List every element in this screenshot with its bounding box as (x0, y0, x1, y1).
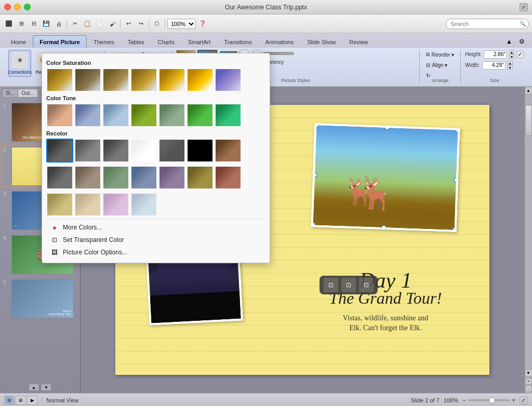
recolor-swatch-14[interactable] (46, 193, 73, 216)
normal-view-btn[interactable]: ⊟ (4, 396, 15, 405)
toolbar-print[interactable]: 🖨 (53, 18, 64, 30)
sidebar-scroll-up[interactable]: ▲ (29, 384, 39, 391)
recolor-swatch-11[interactable] (158, 166, 185, 190)
tab-charts[interactable]: Charts (151, 35, 181, 48)
corrections-button[interactable]: ☀ Corrections (8, 50, 31, 77)
slide-thumb-5[interactable]: 5 Day 4Pack Show Trip! (2, 278, 78, 319)
saturation-swatch-5[interactable] (187, 68, 214, 92)
zoom-select[interactable]: 100% 75% 50% 150% (167, 19, 196, 29)
toolbar-cut[interactable]: ✂ (69, 18, 81, 30)
outline-tab[interactable]: Out... (18, 89, 37, 98)
toolbar-new[interactable]: ⬛ (3, 18, 15, 30)
window-resize-icon[interactable]: ⤢ (520, 3, 528, 11)
recolor-swatch-10[interactable] (130, 166, 157, 190)
handle-tm[interactable] (385, 126, 389, 130)
close-button[interactable] (4, 4, 11, 10)
toolbar-shapes[interactable]: ⬡ (151, 18, 163, 30)
scroll-down-btn[interactable]: ▼ (525, 369, 533, 377)
recolor-swatch-5[interactable] (187, 139, 214, 163)
handle-bl[interactable] (311, 223, 315, 227)
zoom-in-btn[interactable]: + (525, 378, 532, 385)
toolbar-redo[interactable]: ↪ (135, 18, 147, 30)
slides-tab[interactable]: Sl... (2, 89, 18, 98)
recolor-swatch-12[interactable] (187, 166, 214, 190)
handle-ml[interactable] (313, 173, 317, 177)
scroll-up-btn[interactable]: ▲ (525, 87, 533, 94)
tone-swatch-3[interactable] (130, 103, 157, 127)
toolbar-grid2[interactable]: ⊟ (28, 18, 39, 30)
zoom-out-btn[interactable]: - (525, 385, 532, 392)
maximize-button[interactable] (24, 4, 31, 10)
tone-swatch-2[interactable] (102, 103, 129, 127)
tab-smartart[interactable]: SmartArt (181, 35, 217, 48)
toolbar-paste[interactable]: 📄 (94, 18, 105, 30)
zoom-track[interactable] (468, 399, 510, 401)
saturation-swatch-3[interactable] (130, 68, 157, 92)
more-colors-item[interactable]: ● More Colors... (46, 221, 265, 234)
recolor-swatch-13[interactable] (215, 166, 242, 190)
handle-bm[interactable] (382, 225, 386, 229)
traffic-lights[interactable] (4, 4, 31, 10)
recolor-swatch-1[interactable] (74, 139, 101, 163)
recolor-swatch-3[interactable] (130, 139, 157, 163)
saturation-swatch-1[interactable] (74, 68, 101, 92)
toolbar-save[interactable]: 💾 (41, 18, 52, 30)
zoom-thumb[interactable] (489, 397, 495, 403)
tab-transitions[interactable]: Transitions (217, 35, 258, 48)
recolor-swatch-selected[interactable] (46, 139, 73, 163)
grid-view-btn[interactable]: ⊞ (16, 396, 26, 405)
reorder-button[interactable]: ⧉ Reorder ▾ (424, 50, 456, 59)
width-up-btn[interactable]: ▲ (508, 61, 513, 65)
saturation-swatch-6[interactable] (215, 68, 242, 92)
float-btn-3[interactable]: ⊡ (359, 278, 374, 292)
tab-slide-show[interactable]: Slide Show (300, 35, 342, 48)
recolor-swatch-2[interactable] (102, 139, 129, 163)
ribbon-collapse-btn[interactable]: ▲ (503, 35, 515, 48)
handle-mr[interactable] (454, 178, 458, 182)
handle-tr[interactable] (456, 128, 460, 132)
set-transparent-item[interactable]: ⊡ Set Transparent Color (46, 234, 265, 246)
recolor-swatch-8[interactable] (74, 166, 101, 190)
zoom-out-btn[interactable]: − (462, 397, 466, 404)
tab-home[interactable]: Home (4, 35, 33, 48)
saturation-swatch-2[interactable] (102, 68, 129, 92)
tab-review[interactable]: Review (342, 35, 375, 48)
tab-tables[interactable]: Tables (121, 35, 151, 48)
toolbar-copy[interactable]: 📋 (82, 18, 93, 30)
scrollbar-thumb[interactable] (525, 105, 532, 136)
tone-swatch-4[interactable] (158, 103, 185, 127)
width-down-btn[interactable]: ▼ (508, 65, 513, 70)
tone-swatch-5[interactable] (187, 103, 214, 127)
recolor-swatch-7[interactable] (46, 166, 73, 190)
fit-window-btn[interactable]: ⤢ (520, 396, 528, 404)
elk-photo[interactable]: 🦌 (311, 123, 460, 232)
recolor-swatch-4[interactable] (158, 139, 185, 163)
width-input[interactable] (482, 61, 506, 70)
toolbar-format-brush[interactable]: 🖌 (107, 18, 118, 30)
float-btn-1[interactable]: ⊡ (324, 278, 338, 292)
recolor-swatch-17[interactable] (130, 193, 157, 216)
search-input[interactable] (446, 19, 529, 29)
saturation-swatch-0[interactable] (46, 68, 73, 92)
height-down-btn[interactable]: ▼ (509, 55, 514, 59)
saturation-swatch-4[interactable] (158, 68, 185, 92)
lock-aspect-icon[interactable]: ✓ (516, 51, 524, 58)
handle-br[interactable] (452, 228, 456, 232)
height-input[interactable] (484, 50, 507, 59)
tab-format-picture[interactable]: Format Picture (33, 35, 87, 48)
height-up-btn[interactable]: ▲ (509, 50, 514, 54)
toolbar-help[interactable]: ❓ (197, 18, 208, 30)
tone-swatch-6[interactable] (215, 103, 242, 127)
minimize-button[interactable] (14, 4, 21, 10)
recolor-swatch-15[interactable] (74, 193, 101, 216)
ribbon-options-btn[interactable]: ⚙ (515, 35, 528, 48)
float-btn-2[interactable]: ⊡ (341, 278, 356, 292)
recolor-swatch-6[interactable] (215, 139, 242, 163)
picture-color-options-item[interactable]: 🖼 Picture Color Options... (46, 246, 265, 259)
sidebar-scroll-down[interactable]: ▼ (41, 384, 51, 391)
tone-swatch-1[interactable] (74, 103, 101, 127)
tab-themes[interactable]: Themes (87, 35, 121, 48)
zoom-in-btn[interactable]: + (512, 397, 515, 404)
align-button[interactable]: ⊟ Align ▾ (424, 60, 456, 70)
tone-swatch-0[interactable] (46, 103, 73, 127)
